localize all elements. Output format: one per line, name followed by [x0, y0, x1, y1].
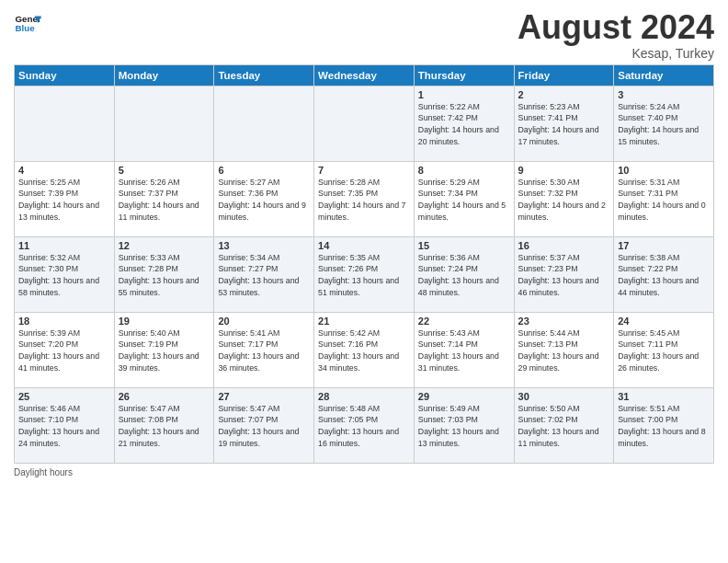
- day-number: 13: [218, 240, 310, 251]
- daylight-label: Daylight hours: [14, 467, 73, 477]
- calendar-cell: 20Sunrise: 5:41 AMSunset: 7:17 PMDayligh…: [214, 312, 314, 387]
- day-info: Sunrise: 5:32 AMSunset: 7:30 PMDaylight:…: [18, 252, 110, 299]
- calendar-cell: 31Sunrise: 5:51 AMSunset: 7:00 PMDayligh…: [614, 387, 714, 463]
- day-info: Sunrise: 5:40 AMSunset: 7:19 PMDaylight:…: [119, 327, 210, 374]
- calendar-week-row: 1Sunrise: 5:22 AMSunset: 7:42 PMDaylight…: [15, 86, 714, 161]
- calendar-table: SundayMondayTuesdayWednesdayThursdayFrid…: [14, 64, 714, 464]
- calendar-cell: 12Sunrise: 5:33 AMSunset: 7:28 PMDayligh…: [114, 236, 214, 312]
- day-number: 27: [218, 391, 310, 402]
- day-info: Sunrise: 5:43 AMSunset: 7:14 PMDaylight:…: [418, 327, 510, 374]
- calendar-cell: 24Sunrise: 5:45 AMSunset: 7:11 PMDayligh…: [614, 312, 714, 387]
- day-number: 20: [218, 316, 310, 327]
- day-number: 5: [119, 165, 210, 176]
- day-number: 2: [518, 89, 610, 100]
- day-number: 8: [418, 165, 510, 176]
- calendar-cell: 28Sunrise: 5:48 AMSunset: 7:05 PMDayligh…: [314, 387, 415, 463]
- calendar-cell: 23Sunrise: 5:44 AMSunset: 7:13 PMDayligh…: [514, 312, 614, 387]
- day-info: Sunrise: 5:28 AMSunset: 7:35 PMDaylight:…: [318, 177, 410, 224]
- logo: General Blue: [14, 9, 41, 37]
- day-number: 7: [318, 165, 410, 176]
- day-info: Sunrise: 5:41 AMSunset: 7:17 PMDaylight:…: [218, 327, 310, 374]
- calendar-cell: 2Sunrise: 5:23 AMSunset: 7:41 PMDaylight…: [514, 86, 614, 161]
- day-number: 6: [218, 165, 310, 176]
- calendar-cell: 9Sunrise: 5:30 AMSunset: 7:32 PMDaylight…: [514, 161, 614, 236]
- calendar-cell: 10Sunrise: 5:31 AMSunset: 7:31 PMDayligh…: [614, 161, 714, 236]
- calendar-cell: 17Sunrise: 5:38 AMSunset: 7:22 PMDayligh…: [614, 236, 714, 312]
- calendar-day-header: Monday: [114, 64, 214, 86]
- calendar-cell: 22Sunrise: 5:43 AMSunset: 7:14 PMDayligh…: [414, 312, 514, 387]
- calendar-cell: 25Sunrise: 5:46 AMSunset: 7:10 PMDayligh…: [15, 387, 115, 463]
- calendar-cell: 7Sunrise: 5:28 AMSunset: 7:35 PMDaylight…: [314, 161, 415, 236]
- day-info: Sunrise: 5:30 AMSunset: 7:32 PMDaylight:…: [518, 177, 610, 224]
- day-number: 9: [518, 165, 610, 176]
- day-info: Sunrise: 5:22 AMSunset: 7:42 PMDaylight:…: [418, 101, 510, 148]
- header: General Blue August 2024 Kesap, Turkey: [14, 9, 714, 61]
- calendar-cell: 29Sunrise: 5:49 AMSunset: 7:03 PMDayligh…: [414, 387, 514, 463]
- day-number: 4: [18, 165, 110, 176]
- calendar-day-header: Wednesday: [314, 64, 415, 86]
- calendar-day-header: Saturday: [614, 64, 714, 86]
- day-number: 1: [418, 89, 510, 100]
- day-number: 22: [418, 316, 510, 327]
- calendar-week-row: 11Sunrise: 5:32 AMSunset: 7:30 PMDayligh…: [15, 236, 714, 312]
- day-info: Sunrise: 5:25 AMSunset: 7:39 PMDaylight:…: [18, 177, 110, 224]
- day-number: 17: [618, 240, 710, 251]
- day-info: Sunrise: 5:34 AMSunset: 7:27 PMDaylight:…: [218, 252, 310, 299]
- calendar-header-row: SundayMondayTuesdayWednesdayThursdayFrid…: [15, 64, 714, 86]
- day-number: 19: [119, 316, 210, 327]
- calendar-day-header: Friday: [514, 64, 614, 86]
- calendar-cell: [314, 86, 415, 161]
- calendar-day-header: Tuesday: [214, 64, 314, 86]
- calendar-cell: 26Sunrise: 5:47 AMSunset: 7:08 PMDayligh…: [114, 387, 214, 463]
- calendar-week-row: 25Sunrise: 5:46 AMSunset: 7:10 PMDayligh…: [15, 387, 714, 463]
- day-number: 12: [119, 240, 210, 251]
- calendar-cell: 8Sunrise: 5:29 AMSunset: 7:34 PMDaylight…: [414, 161, 514, 236]
- day-info: Sunrise: 5:37 AMSunset: 7:23 PMDaylight:…: [518, 252, 610, 299]
- day-info: Sunrise: 5:46 AMSunset: 7:10 PMDaylight:…: [18, 403, 110, 450]
- day-number: 18: [18, 316, 110, 327]
- logo-icon: General Blue: [14, 9, 41, 37]
- day-number: 24: [618, 316, 710, 327]
- calendar-week-row: 18Sunrise: 5:39 AMSunset: 7:20 PMDayligh…: [15, 312, 714, 387]
- calendar-cell: 14Sunrise: 5:35 AMSunset: 7:26 PMDayligh…: [314, 236, 415, 312]
- day-number: 16: [518, 240, 610, 251]
- day-number: 31: [618, 391, 710, 402]
- title-block: August 2024 Kesap, Turkey: [518, 9, 714, 61]
- day-info: Sunrise: 5:48 AMSunset: 7:05 PMDaylight:…: [318, 403, 410, 450]
- day-info: Sunrise: 5:51 AMSunset: 7:00 PMDaylight:…: [618, 403, 710, 450]
- calendar-cell: 19Sunrise: 5:40 AMSunset: 7:19 PMDayligh…: [114, 312, 214, 387]
- day-info: Sunrise: 5:33 AMSunset: 7:28 PMDaylight:…: [119, 252, 210, 299]
- calendar-cell: 18Sunrise: 5:39 AMSunset: 7:20 PMDayligh…: [15, 312, 115, 387]
- calendar-cell: 13Sunrise: 5:34 AMSunset: 7:27 PMDayligh…: [214, 236, 314, 312]
- day-number: 11: [18, 240, 110, 251]
- day-info: Sunrise: 5:44 AMSunset: 7:13 PMDaylight:…: [518, 327, 610, 374]
- day-info: Sunrise: 5:49 AMSunset: 7:03 PMDaylight:…: [418, 403, 510, 450]
- calendar-cell: 11Sunrise: 5:32 AMSunset: 7:30 PMDayligh…: [15, 236, 115, 312]
- day-info: Sunrise: 5:29 AMSunset: 7:34 PMDaylight:…: [418, 177, 510, 224]
- calendar-cell: 27Sunrise: 5:47 AMSunset: 7:07 PMDayligh…: [214, 387, 314, 463]
- day-number: 26: [119, 391, 210, 402]
- day-info: Sunrise: 5:23 AMSunset: 7:41 PMDaylight:…: [518, 101, 610, 148]
- calendar-cell: 1Sunrise: 5:22 AMSunset: 7:42 PMDaylight…: [414, 86, 514, 161]
- day-number: 23: [518, 316, 610, 327]
- day-info: Sunrise: 5:42 AMSunset: 7:16 PMDaylight:…: [318, 327, 410, 374]
- day-info: Sunrise: 5:35 AMSunset: 7:26 PMDaylight:…: [318, 252, 410, 299]
- calendar-day-header: Sunday: [15, 64, 115, 86]
- day-info: Sunrise: 5:47 AMSunset: 7:07 PMDaylight:…: [218, 403, 310, 450]
- day-info: Sunrise: 5:24 AMSunset: 7:40 PMDaylight:…: [618, 101, 710, 148]
- day-info: Sunrise: 5:38 AMSunset: 7:22 PMDaylight:…: [618, 252, 710, 299]
- day-number: 30: [518, 391, 610, 402]
- day-info: Sunrise: 5:27 AMSunset: 7:36 PMDaylight:…: [218, 177, 310, 224]
- calendar-cell: 3Sunrise: 5:24 AMSunset: 7:40 PMDaylight…: [614, 86, 714, 161]
- day-info: Sunrise: 5:36 AMSunset: 7:24 PMDaylight:…: [418, 252, 510, 299]
- month-title: August 2024: [518, 9, 714, 46]
- svg-text:Blue: Blue: [16, 23, 36, 33]
- day-info: Sunrise: 5:39 AMSunset: 7:20 PMDaylight:…: [18, 327, 110, 374]
- day-number: 10: [618, 165, 710, 176]
- day-number: 29: [418, 391, 510, 402]
- footer: Daylight hours: [14, 467, 714, 477]
- day-info: Sunrise: 5:31 AMSunset: 7:31 PMDaylight:…: [618, 177, 710, 224]
- day-info: Sunrise: 5:26 AMSunset: 7:37 PMDaylight:…: [119, 177, 210, 224]
- calendar-cell: [214, 86, 314, 161]
- day-number: 25: [18, 391, 110, 402]
